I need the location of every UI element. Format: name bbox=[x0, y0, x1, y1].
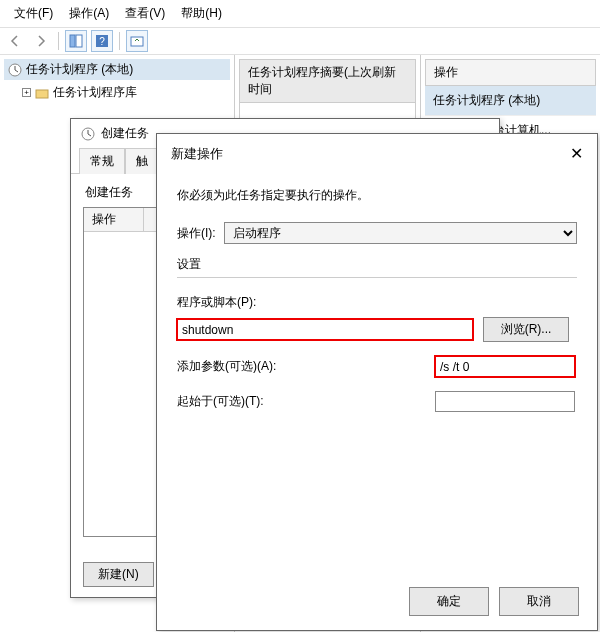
new-action-title: 新建操作 bbox=[171, 145, 223, 163]
action-label: 操作(I): bbox=[177, 225, 216, 242]
tab-triggers[interactable]: 触 bbox=[125, 148, 159, 174]
new-button[interactable]: 新建(N) bbox=[83, 562, 154, 587]
svg-rect-1 bbox=[76, 35, 82, 47]
back-button[interactable] bbox=[4, 30, 26, 52]
ok-button[interactable]: 确定 bbox=[409, 587, 489, 616]
summary-head: 任务计划程序摘要(上次刷新时间 bbox=[239, 59, 416, 103]
script-label: 程序或脚本(P): bbox=[177, 294, 577, 311]
tree-root-label: 任务计划程序 (本地) bbox=[26, 61, 133, 78]
args-input[interactable] bbox=[435, 356, 575, 377]
script-input[interactable] bbox=[177, 319, 473, 340]
clock-icon bbox=[8, 63, 22, 77]
folder-icon bbox=[35, 86, 49, 100]
menu-help[interactable]: 帮助(H) bbox=[173, 3, 230, 24]
instruction-text: 你必须为此任务指定要执行的操作。 bbox=[177, 187, 577, 204]
create-task-title: 创建任务 bbox=[101, 125, 149, 142]
startin-input[interactable] bbox=[435, 391, 575, 412]
col-action[interactable]: 操作 bbox=[84, 208, 144, 231]
toolbar: ? bbox=[0, 27, 600, 55]
clock-icon bbox=[81, 127, 95, 141]
svg-rect-0 bbox=[70, 35, 75, 47]
expand-icon[interactable]: + bbox=[22, 88, 31, 97]
tree-child[interactable]: + 任务计划程序库 bbox=[4, 82, 230, 103]
settings-group-label: 设置 bbox=[177, 256, 577, 273]
menu-bar: 文件(F) 操作(A) 查看(V) 帮助(H) bbox=[0, 0, 600, 27]
actions-title: 操作 bbox=[425, 59, 596, 86]
forward-button[interactable] bbox=[30, 30, 52, 52]
action-item-root[interactable]: 任务计划程序 (本地) bbox=[425, 86, 596, 116]
menu-view[interactable]: 查看(V) bbox=[117, 3, 173, 24]
menu-file[interactable]: 文件(F) bbox=[6, 3, 61, 24]
browse-button[interactable]: 浏览(R)... bbox=[483, 317, 569, 342]
toolbar-icon-2[interactable] bbox=[126, 30, 148, 52]
args-label: 添加参数(可选)(A): bbox=[177, 358, 427, 375]
new-action-titlebar: 新建操作 ✕ bbox=[157, 134, 597, 173]
help-icon[interactable]: ? bbox=[91, 30, 113, 52]
new-action-dialog: 新建操作 ✕ 你必须为此任务指定要执行的操作。 操作(I): 启动程序 设置 程… bbox=[156, 133, 598, 631]
cancel-button[interactable]: 取消 bbox=[499, 587, 579, 616]
toolbar-icon-1[interactable] bbox=[65, 30, 87, 52]
tree-root[interactable]: 任务计划程序 (本地) bbox=[4, 59, 230, 80]
action-select[interactable]: 启动程序 bbox=[224, 222, 577, 244]
tab-general[interactable]: 常规 bbox=[79, 148, 125, 174]
svg-text:?: ? bbox=[99, 36, 105, 47]
menu-action[interactable]: 操作(A) bbox=[61, 3, 117, 24]
tree-child-label: 任务计划程序库 bbox=[53, 84, 137, 101]
close-icon[interactable]: ✕ bbox=[570, 144, 583, 163]
startin-label: 起始于(可选)(T): bbox=[177, 393, 427, 410]
svg-rect-6 bbox=[36, 90, 48, 98]
